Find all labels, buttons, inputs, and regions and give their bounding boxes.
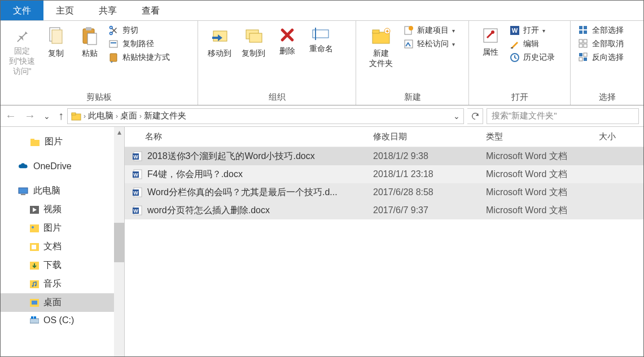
file-name: Word分栏你真的会吗？尤其是最后一个技巧.d... xyxy=(147,187,338,199)
column-size[interactable]: 大小 xyxy=(599,131,643,142)
pin-quickaccess-button[interactable]: 固定到"快速访问" xyxy=(5,23,39,80)
sidebar-item-videos[interactable]: 视频 xyxy=(1,200,124,219)
rename-button[interactable]: 重命名 xyxy=(304,23,338,57)
videos-icon xyxy=(30,206,39,214)
pasteshortcut-icon xyxy=(109,52,119,63)
svg-point-5 xyxy=(110,32,113,35)
svg-point-23 xyxy=(491,30,494,34)
svg-rect-58 xyxy=(30,319,39,323)
pasteshortcut-button[interactable]: 粘贴快捷方式 xyxy=(109,52,170,63)
svg-rect-57 xyxy=(32,301,37,305)
edit-button[interactable]: 编辑 xyxy=(510,39,555,49)
clipboard-group-label: 剪贴板 xyxy=(5,90,193,104)
svg-rect-14 xyxy=(315,28,316,40)
sidebar-item-downloads[interactable]: 下载 xyxy=(1,256,124,275)
chevron-right-icon: › xyxy=(139,112,142,120)
svg-rect-4 xyxy=(87,33,97,45)
select-group-label: 选择 xyxy=(575,90,639,104)
organize-group-label: 组织 xyxy=(203,90,351,104)
sidebar-item-pictures[interactable]: 图片 xyxy=(1,133,124,151)
selectall-button[interactable]: 全部选择 xyxy=(579,25,624,36)
table-row[interactable]: W2018送你3个溜到起飞的Word小技巧.docx2018/1/2 9:38M… xyxy=(125,147,643,165)
newfolder-icon: ✦ xyxy=(370,27,392,46)
column-type[interactable]: 类型 xyxy=(486,131,599,142)
breadcrumb-thispc[interactable]: 此电脑 xyxy=(88,111,113,121)
downloads-icon xyxy=(30,262,39,270)
svg-rect-38 xyxy=(579,58,582,61)
selectnone-button[interactable]: 全部取消 xyxy=(579,39,624,49)
sidebar-item-documents[interactable]: 文档 xyxy=(1,237,124,256)
column-name[interactable]: 名称 xyxy=(125,131,373,142)
table-row[interactable]: WWord分栏你真的会吗？尤其是最后一个技巧.d...2017/6/28 8:5… xyxy=(125,183,643,201)
moveto-button[interactable]: 移动到 xyxy=(203,23,236,61)
svg-rect-26 xyxy=(511,47,513,49)
breadcrumb-folder[interactable]: 新建文件夹 xyxy=(144,111,186,121)
tab-file[interactable]: 文件 xyxy=(1,1,43,20)
tab-share[interactable]: 共享 xyxy=(86,1,129,20)
sidebar-item-onedrive[interactable]: OneDrive xyxy=(1,158,124,175)
breadcrumb-desktop[interactable]: 桌面 xyxy=(120,111,137,121)
paste-button[interactable]: 粘贴 xyxy=(73,23,107,61)
scroll-up-icon[interactable]: ▴ xyxy=(114,127,124,137)
thispc-icon xyxy=(17,187,29,196)
column-date[interactable]: 修改日期 xyxy=(373,131,486,142)
tab-home[interactable]: 主页 xyxy=(43,1,86,20)
file-type: Microsoft Word 文档 xyxy=(486,187,599,199)
open-icon: W xyxy=(510,25,520,36)
file-date: 2017/6/28 8:58 xyxy=(373,187,486,197)
easyaccess-button[interactable]: 轻松访问▾ xyxy=(404,39,455,49)
svg-point-20 xyxy=(409,26,413,30)
sidebar-item-desktop[interactable]: 桌面 xyxy=(1,293,124,312)
search-input[interactable]: 搜索"新建文件夹" xyxy=(487,108,639,124)
delete-button[interactable]: 删除 xyxy=(270,23,304,59)
back-button[interactable]: ← xyxy=(5,109,16,122)
newfolder-button[interactable]: ✦ 新建 文件夹 xyxy=(361,23,401,72)
newitem-icon xyxy=(404,25,414,36)
svg-rect-60 xyxy=(34,316,36,319)
breadcrumb-dropdown[interactable]: ⌄ xyxy=(453,112,460,121)
refresh-button[interactable] xyxy=(467,108,483,124)
up-button[interactable]: ↑ xyxy=(58,109,64,122)
new-group-label: 新建 xyxy=(361,90,464,104)
svg-rect-59 xyxy=(31,316,33,319)
sidebar: 图片 OneDrive 此电脑 视频 图片 文档 下载 音 xyxy=(1,127,125,356)
sidebar-item-thispc[interactable]: 此电脑 xyxy=(1,182,124,200)
sidebar-scrollbar[interactable]: ▴ xyxy=(114,127,124,356)
svg-text:W: W xyxy=(133,154,138,160)
svg-rect-41 xyxy=(72,113,76,115)
pictures-icon xyxy=(30,224,39,232)
svg-text:W: W xyxy=(133,190,138,196)
tab-view[interactable]: 查看 xyxy=(129,1,172,20)
sidebar-item-osc[interactable]: OS (C:) xyxy=(1,312,124,329)
rename-icon xyxy=(312,27,331,41)
forward-button[interactable]: → xyxy=(24,109,36,122)
sidebar-item-music[interactable]: 音乐 xyxy=(1,275,124,293)
svg-rect-51 xyxy=(32,245,36,249)
file-name: F4键，你会用吗？.docx xyxy=(147,169,243,180)
word-file-icon: W xyxy=(133,169,143,179)
table-row[interactable]: WF4键，你会用吗？.docx2018/1/1 23:18Microsoft W… xyxy=(125,165,643,183)
svg-rect-28 xyxy=(579,26,582,29)
svg-rect-32 xyxy=(579,39,582,43)
copy-button[interactable]: 复制 xyxy=(39,23,73,61)
file-type: Microsoft Word 文档 xyxy=(486,151,599,162)
table-row[interactable]: Wword分页符怎么插入删除.docx2017/6/7 9:37Microsof… xyxy=(125,201,643,219)
file-list: 名称 修改日期 类型 大小 W2018送你3个溜到起飞的Word小技巧.docx… xyxy=(125,127,643,356)
invertselection-button[interactable]: 反向选择 xyxy=(579,52,624,63)
recent-locations-button[interactable]: ⌄ xyxy=(43,112,50,121)
open-button[interactable]: W 打开▾ xyxy=(510,25,555,36)
copyto-button[interactable]: 复制到 xyxy=(236,23,270,61)
selectall-icon xyxy=(579,25,589,36)
scroll-thumb[interactable] xyxy=(114,223,124,262)
svg-rect-44 xyxy=(19,188,28,193)
documents-icon xyxy=(30,243,39,251)
copypath-button[interactable]: 复制路径 xyxy=(109,39,170,49)
cut-button[interactable]: 剪切 xyxy=(109,25,170,36)
svg-rect-8 xyxy=(111,42,116,43)
tab-bar: 文件 主页 共享 查看 xyxy=(1,1,643,21)
properties-button[interactable]: 属性 xyxy=(474,23,507,60)
breadcrumb[interactable]: › 此电脑 › 桌面 › 新建文件夹 ⌄ xyxy=(67,108,464,124)
history-button[interactable]: 历史记录 xyxy=(510,52,555,63)
newitem-button[interactable]: 新建项目▾ xyxy=(404,25,455,36)
sidebar-item-pictures2[interactable]: 图片 xyxy=(1,219,124,237)
